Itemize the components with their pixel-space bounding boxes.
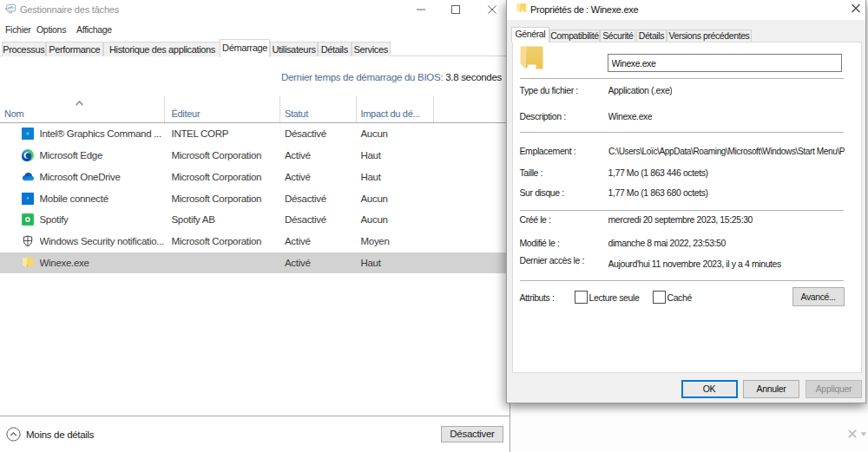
taskmgr-window-title: Gestionnaire des tâches (20, 4, 119, 15)
column-header-statut[interactable]: Statut (285, 108, 308, 119)
tab-demarrage[interactable]: Démarrage (220, 39, 270, 57)
table-row-intel[interactable]: Intel® Graphics Command ... INTEL CORP D… (0, 123, 510, 145)
onedrive-icon (22, 171, 34, 183)
row-status: Activé (285, 236, 311, 246)
row-status: Désactivé (285, 214, 326, 225)
bios-time-value: 3.8 secondes (445, 72, 502, 82)
menu-options[interactable]: Options (36, 24, 66, 35)
column-separator[interactable] (164, 96, 165, 122)
field-value-cree: mercredi 20 septembre 2023, 15:25:30 (608, 214, 753, 225)
maximize-button[interactable] (437, 0, 475, 19)
row-status: Activé (285, 258, 311, 268)
menu-fichier[interactable]: Fichier (5, 24, 30, 35)
tab-processus[interactable]: Processus (2, 42, 47, 57)
table-row-winsecurity[interactable]: Windows Security notificatio... Microsof… (0, 231, 510, 252)
row-name: Winexe.exe (40, 258, 89, 268)
tab-details[interactable]: Détails (318, 42, 352, 57)
column-header-nom[interactable]: Nom (4, 108, 23, 119)
ok-button[interactable]: OK (681, 380, 738, 398)
intel-icon (22, 128, 34, 140)
hidden-label: Caché (667, 292, 692, 303)
separator (520, 78, 844, 79)
field-value-acces: Aujourd'hui 11 novembre 2023, il y a 4 m… (608, 259, 781, 269)
field-label-surdisque: Sur disque : (520, 187, 564, 198)
attributes-label: Attributs : (520, 292, 555, 303)
row-name: Mobile connecté (40, 193, 108, 204)
row-name: Spotify (40, 214, 69, 225)
cancel-button[interactable]: Annuler (743, 380, 799, 398)
startup-items-list: Intel® Graphics Command ... INTEL CORP D… (0, 123, 510, 273)
row-impact: Haut (361, 172, 381, 182)
row-publisher: Microsoft Corporation (172, 193, 262, 204)
column-separator[interactable] (356, 96, 357, 122)
taskmgr-menubar: Fichier Options Affichage (0, 21, 510, 38)
disable-button[interactable]: Désactiver (441, 426, 503, 442)
separator (520, 210, 844, 211)
bios-time-line: Dernier temps de démarrage du BIOS: 3.8 … (281, 72, 502, 82)
table-row-winexe[interactable]: Winexe.exe Activé Haut (0, 252, 510, 274)
field-label-emplacement: Emplacement : (520, 146, 576, 156)
tab-compatibilite[interactable]: Compatibilité (549, 29, 601, 43)
row-publisher: Spotify AB (172, 214, 215, 225)
row-status: Désactivé (285, 193, 326, 204)
table-row-spotify[interactable]: Spotify Spotify AB Désactivé Aucun (0, 209, 510, 231)
row-impact: Haut (361, 150, 381, 160)
read-only-checkbox[interactable] (575, 291, 588, 304)
tab-utilisateurs[interactable]: Utilisateurs (270, 42, 318, 57)
column-header-editeur[interactable]: Éditeur (172, 108, 201, 119)
field-value-surdisque: 1,77 Mo (1 863 680 octets) (608, 187, 708, 198)
field-value-description: Winexe.exe (608, 111, 653, 121)
less-details-toggle[interactable]: Moins de détails (26, 429, 94, 440)
folder-icon (22, 257, 34, 269)
tab-general[interactable]: Général (511, 27, 549, 43)
taskmgr-titlebar: Gestionnaire des tâches (0, 0, 510, 20)
table-row-onedrive[interactable]: Microsoft OneDrive Microsoft Corporation… (0, 167, 510, 188)
dialog-general-page: Type du fichier : Application (.exe) Des… (512, 42, 862, 373)
row-publisher: Microsoft Corporation (172, 172, 262, 182)
column-separator[interactable] (433, 96, 434, 122)
separator (520, 280, 844, 281)
row-name: Windows Security notificatio... (40, 236, 164, 246)
folder-icon-large (519, 46, 544, 71)
tab-versions-precedentes[interactable]: Versions précédentes (667, 29, 751, 43)
taskmgr-tab-strip: Processus Performance Historique des app… (0, 38, 510, 56)
minimize-button[interactable] (402, 0, 440, 19)
row-publisher: Microsoft Corporation (172, 150, 262, 160)
apply-button[interactable]: Appliquer (806, 380, 862, 398)
row-impact: Aucun (361, 128, 388, 139)
tab-details-dlg[interactable]: Détails (636, 29, 667, 43)
table-row-edge[interactable]: Microsoft Edge Microsoft Corporation Act… (0, 145, 510, 167)
row-impact: Aucun (361, 214, 388, 225)
tab-performance[interactable]: Performance (46, 42, 104, 57)
field-value-taille: 1,77 Mo (1 863 446 octets) (608, 167, 708, 178)
tab-securite[interactable]: Sécurité (600, 29, 635, 43)
field-label-acces: Dernier accès le : (520, 255, 585, 265)
startup-table-header: Nom Éditeur Statut Impact du dé... (0, 96, 510, 123)
tab-services[interactable]: Services (352, 42, 391, 57)
field-value-type: Application (.exe) (608, 85, 673, 95)
field-label-cree: Créé le : (520, 214, 551, 225)
dialog-titlebar: Propriétés de : Winexe.exe (507, 0, 865, 20)
row-name: Microsoft Edge (40, 150, 103, 160)
dialog-title: Propriétés de : Winexe.exe (530, 4, 638, 15)
edge-icon (22, 149, 34, 161)
dialog-close-button[interactable] (845, 0, 867, 19)
tab-historique[interactable]: Historique des applications (103, 42, 222, 57)
file-name-input[interactable] (608, 54, 842, 72)
field-label-modifie: Modifié le : (520, 238, 560, 248)
bios-time-label: Dernier temps de démarrage du BIOS: (281, 72, 443, 82)
field-label-type: Type du fichier : (520, 85, 578, 95)
column-separator[interactable] (279, 96, 280, 122)
screen: Gestionnaire des tâches Fichier Options … (0, 0, 868, 452)
hidden-checkbox[interactable] (653, 291, 666, 304)
row-publisher: Microsoft Corporation (172, 236, 262, 246)
sort-ascending-icon (76, 101, 83, 106)
column-header-impact[interactable]: Impact du dé... (361, 108, 420, 119)
chevron-up-circle-icon[interactable] (6, 427, 21, 442)
advanced-button[interactable]: Avancé... (792, 287, 845, 306)
menu-affichage[interactable]: Affichage (76, 24, 112, 35)
table-row-mobile[interactable]: Mobile connecté Microsoft Corporation Dé… (0, 187, 510, 209)
field-label-taille: Taille : (520, 167, 543, 178)
taskmgr-footer: Moins de détails Désactiver (0, 416, 510, 452)
phone-link-icon (22, 193, 34, 205)
